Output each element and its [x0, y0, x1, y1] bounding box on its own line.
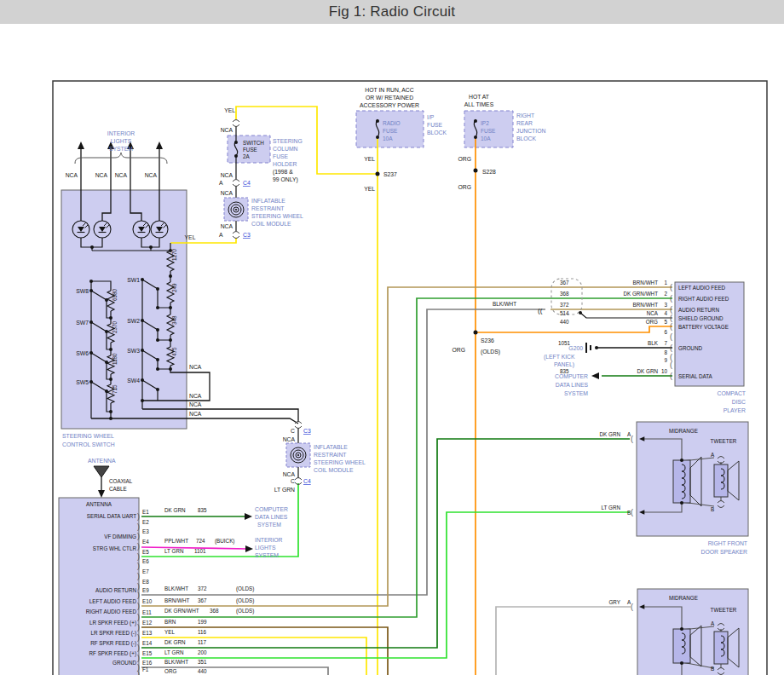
- label: 117: [198, 639, 207, 645]
- junction-dot: [680, 627, 683, 631]
- arrow-right-icon: [245, 513, 252, 520]
- label: DK GRN/WHT: [164, 608, 199, 614]
- label: FUSE: [383, 128, 398, 134]
- junction-dot: [595, 346, 598, 349]
- label: ANTENNA: [86, 501, 112, 507]
- label: A: [219, 232, 223, 238]
- label: (: [631, 435, 633, 443]
- radio-pins-bracket: ): [137, 613, 140, 621]
- label: SW3: [127, 348, 140, 354]
- label: BLOCK: [516, 136, 537, 141]
- radio-pins-bracket: ): [137, 532, 140, 540]
- label: LIGHTS: [111, 138, 132, 144]
- label: SW7: [76, 320, 89, 326]
- label: SW1: [127, 277, 140, 283]
- label: GROUND: [112, 660, 136, 666]
- arrow-down-icon: [98, 490, 105, 498]
- junction-dot: [474, 136, 477, 139]
- label: SYSTEM: [564, 390, 588, 396]
- label: PPL/WHT: [164, 538, 188, 544]
- junction-dot: [156, 388, 159, 391]
- junction-dot: [109, 417, 112, 420]
- label: 367: [198, 597, 207, 603]
- cd-pins-label: 7: [664, 340, 667, 346]
- label: ORG: [458, 156, 471, 162]
- coil-module-2-icon: [297, 454, 299, 456]
- radio-pins-bracket: ): [137, 643, 140, 652]
- label: FUSE: [481, 128, 496, 134]
- junction-dot: [169, 274, 172, 278]
- label: YEL: [364, 156, 375, 162]
- label: IP2: [481, 120, 489, 126]
- junction-dot: [109, 348, 112, 351]
- junction-dot: [234, 154, 238, 158]
- radio-pins-label: E6: [142, 558, 149, 564]
- junction-dot: [105, 361, 108, 364]
- connector-icon: [233, 232, 239, 234]
- label: PANEL): [554, 361, 574, 368]
- rear-speaker-box: [637, 589, 748, 675]
- radio-pins-bracket: ): [137, 512, 140, 521]
- wire-shield-drain-514: [580, 313, 672, 318]
- label: BLK/WHT: [493, 301, 516, 307]
- label: STRG WHL CTLR: [93, 545, 137, 551]
- label: TWEETER: [711, 438, 737, 444]
- label: 715: [112, 384, 118, 394]
- label: ANTENNA: [88, 458, 116, 464]
- label: (OLDS): [236, 608, 254, 614]
- junction-dot: [89, 380, 93, 384]
- junction-dot: [169, 367, 172, 371]
- label: 440: [198, 668, 207, 674]
- label: SERIAL DATA: [678, 373, 713, 379]
- junction-dot: [105, 298, 108, 302]
- label: RIGHT: [516, 112, 534, 118]
- radio-pins-label: E15: [142, 650, 153, 656]
- label: 200: [198, 649, 207, 655]
- connector-icon: [233, 180, 239, 182]
- label: BRN/WHT: [633, 302, 659, 308]
- junction-dot: [680, 501, 683, 505]
- label: FUSE: [427, 122, 443, 128]
- cd-pins-bracket: (: [670, 343, 672, 352]
- label: (1998 &: [273, 169, 293, 176]
- label: HOT IN RUN, ACC: [365, 87, 413, 93]
- radio-pins-bracket: ): [137, 602, 140, 610]
- label: SWITCH: [243, 140, 264, 146]
- label: COAXIAL: [109, 478, 133, 484]
- label: DK GRN: [164, 507, 186, 513]
- junction-dot: [474, 119, 477, 123]
- connector-icon: [295, 478, 302, 481]
- label: MIDRANGE: [669, 428, 698, 434]
- label: 2A: [243, 153, 251, 159]
- antenna-icon: [94, 466, 109, 477]
- cd-pins-bracket: (: [670, 294, 672, 303]
- label: DK GRN/WHT: [623, 291, 658, 297]
- label: SYSTEM: [257, 522, 281, 528]
- wire-org-branch-cd-batt: [476, 326, 672, 332]
- label: LT GRN: [274, 487, 295, 493]
- wire-brnwht-367: [141, 287, 672, 606]
- label: CABLE: [109, 486, 127, 492]
- label: LT GRN: [164, 548, 184, 554]
- label: INTERIOR: [255, 537, 283, 543]
- radio-pins-bracket: ): [137, 562, 140, 570]
- label: LEFT AUDIO FEED: [678, 285, 726, 291]
- coil-module-1-icon: [235, 209, 237, 211]
- junction-dot: [90, 245, 94, 249]
- connector-icon: [233, 184, 239, 187]
- arrow-left-icon: [591, 372, 599, 379]
- label: 372: [560, 302, 569, 308]
- tweeter-speaker-icon: [714, 632, 728, 664]
- label: RF SPKR FEED (-): [90, 640, 136, 647]
- label: TWEETER: [711, 607, 737, 613]
- radio-pins-label: E11: [142, 609, 152, 615]
- junction-dot: [89, 320, 93, 324]
- label: 368: [560, 291, 569, 297]
- cd-pins-label: 8: [664, 349, 667, 355]
- radio-pins-bracket: ): [137, 572, 140, 580]
- cd-pins-label: 3: [664, 302, 667, 308]
- label: NCA: [283, 471, 296, 477]
- radio-pins-label: E12: [142, 620, 153, 626]
- label: ORG: [164, 668, 176, 674]
- steering-wheel-control-switch-box: [61, 190, 187, 429]
